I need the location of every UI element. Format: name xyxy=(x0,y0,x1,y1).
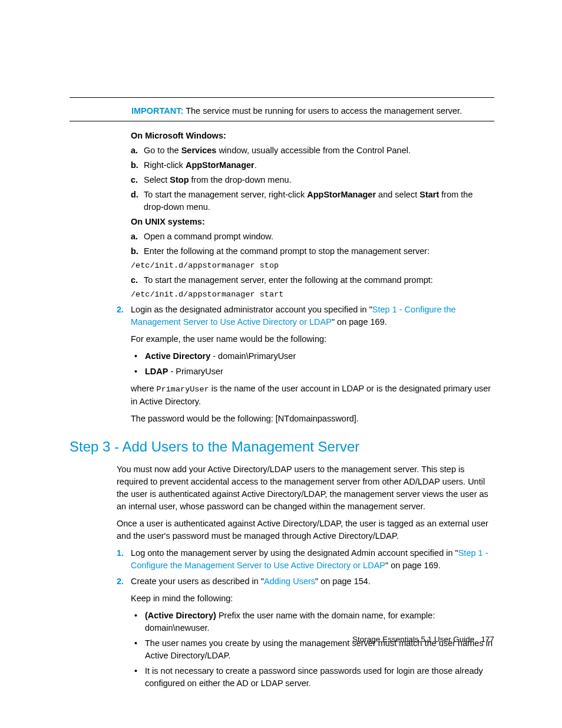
main-step-2: 2. Login as the designated administrator… xyxy=(117,304,494,425)
step3-p2: Once a user is authenticated against Act… xyxy=(117,518,494,542)
windows-step-c: c. Select Stop from the drop-down menu. xyxy=(131,174,494,186)
heading-windows: On Microsoft Windows: xyxy=(131,130,494,142)
keep-in-mind: Keep in mind the following: xyxy=(131,592,494,605)
windows-step-d: d. To start the management server, right… xyxy=(131,189,494,213)
unix-steps-2: c. To start the management server, enter… xyxy=(131,274,494,286)
footer-title: Storage Essentials 5.1 User Guide xyxy=(352,635,474,644)
link-adding-users[interactable]: Adding Users xyxy=(264,577,315,586)
rule-bottom xyxy=(70,121,494,121)
admonition-important: IMPORTANT: The service must be running f… xyxy=(131,105,494,117)
page: IMPORTANT: The service must be running f… xyxy=(0,0,562,728)
unix-step-b: b. Enter the following at the command pr… xyxy=(131,245,494,258)
step3-list: 1. Log onto the management server by usi… xyxy=(117,547,494,690)
main-steps: 2. Login as the designated administrator… xyxy=(117,304,494,425)
step3-item-1: 1. Log onto the management server by usi… xyxy=(117,547,494,572)
unix-steps: a. Open a command prompt window. b. Ente… xyxy=(131,230,494,258)
windows-steps: a. Go to the Services window, usually ac… xyxy=(131,144,494,213)
bullet-ad: Active Directory - domain\PrimaryUser xyxy=(134,350,494,363)
unix-step-a: a. Open a command prompt window. xyxy=(131,230,494,243)
admonition-label: IMPORTANT: xyxy=(131,106,183,116)
step3-item-2: 2. Create your users as described in "Ad… xyxy=(117,575,494,690)
rule-top xyxy=(70,97,494,98)
admonition-text: The service must be running for users to… xyxy=(186,106,462,116)
page-footer: Storage Essentials 5.1 User Guide 177 xyxy=(352,634,494,645)
bullet-ldap: LDAP - PrimaryUser xyxy=(134,365,494,378)
step3-content: You must now add your Active Directory/L… xyxy=(117,463,494,690)
content-block: On Microsoft Windows: a. Go to the Servi… xyxy=(117,130,494,425)
primaryuser-note: where PrimaryUser is the name of the use… xyxy=(131,383,494,408)
step3-bullets: (Active Directory) Prefix the user name … xyxy=(131,610,494,690)
password-note: The password would be the following: [NT… xyxy=(131,413,494,425)
footer-page: 177 xyxy=(481,635,494,644)
windows-step-a: a. Go to the Services window, usually ac… xyxy=(131,144,494,157)
heading-unix: On UNIX systems: xyxy=(131,216,494,228)
step3-bullet-3: It is not necessary to create a password… xyxy=(134,665,494,690)
username-examples: Active Directory - domain\PrimaryUser LD… xyxy=(131,350,494,378)
example-intro: For example, the user name would be the … xyxy=(131,333,494,345)
unix-step-c: c. To start the management server, enter… xyxy=(131,274,494,286)
step3-bullet-1: (Active Directory) Prefix the user name … xyxy=(134,610,494,634)
code-start: /etc/init.d/appstormanager start xyxy=(131,289,494,301)
windows-step-b: b. Right-click AppStorManager. xyxy=(131,159,494,172)
heading-step3: Step 3 - Add Users to the Management Ser… xyxy=(70,437,494,457)
code-stop: /etc/init.d/appstormanager stop xyxy=(131,260,494,272)
step3-p1: You must now add your Active Directory/L… xyxy=(117,463,494,513)
